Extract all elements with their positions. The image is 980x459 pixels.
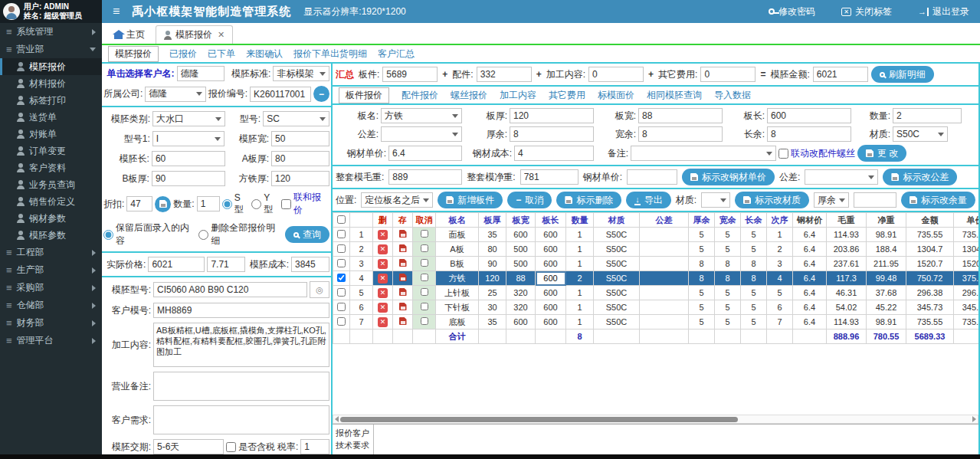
link-screw-checkbox[interactable] [778, 149, 788, 159]
cell-seq[interactable]: 5 [767, 286, 793, 300]
save-row-icon[interactable] [399, 259, 407, 267]
ptab-same-mold-query[interactable]: 相同模胚查询 [647, 89, 702, 102]
cell-seq[interactable]: 3 [767, 257, 793, 271]
mold-length-input[interactable] [152, 151, 225, 166]
tax-included-checkbox[interactable] [226, 442, 236, 452]
table-row[interactable]: 3✕B板905006001S50C88836.4237.61211.951520… [333, 257, 979, 271]
table-row[interactable]: 1✕面板356006001S50C55516.4114.9398.91735.5… [333, 228, 979, 242]
tab-mold-quote[interactable]: 模胚报价 ✕ [156, 25, 233, 44]
tab-home[interactable]: 主页 [107, 26, 152, 44]
cell-material[interactable]: S50C [594, 286, 640, 300]
cell-length[interactable]: 600 [536, 257, 566, 271]
cell-thick-rem[interactable]: 8 [689, 271, 715, 286]
cell-length-rem[interactable]: 8 [741, 257, 767, 271]
cell-width[interactable]: 600 [506, 315, 536, 329]
table-row[interactable]: 4✕方铁120886002S50C88846.4117.399.48750.72… [333, 271, 979, 286]
update-plate-button[interactable]: 更 改 [857, 145, 906, 162]
row-save-cell[interactable] [393, 257, 413, 271]
sidebar-item-order-change[interactable]: 订单变更 [0, 143, 102, 159]
sidebar-item-statement[interactable]: 对账单 [0, 126, 102, 143]
joint-quote-checkbox[interactable] [281, 199, 291, 209]
sidebar-item-material-quote[interactable]: 材料报价 [0, 75, 102, 92]
cell-gross[interactable]: 203.86 [827, 242, 867, 257]
summary-total-input[interactable] [813, 67, 868, 82]
cell-net[interactable]: 99.48 [867, 271, 906, 286]
cancel-checkbox[interactable] [421, 244, 428, 252]
row-select-cell[interactable] [333, 228, 350, 242]
cell-seq[interactable]: 2 [767, 242, 793, 257]
cell-steel-price[interactable]: 6.4 [793, 271, 827, 286]
subtab-customer-summary[interactable]: 客户汇总 [378, 48, 415, 61]
row-select-cell[interactable] [333, 271, 350, 286]
row-save-cell[interactable] [393, 315, 413, 329]
allowance-input[interactable] [854, 192, 896, 208]
cell-unit-price[interactable]: 735.55 [954, 228, 979, 242]
row-save-cell[interactable] [393, 300, 413, 315]
cell-gross[interactable]: 46.31 [827, 286, 867, 300]
cell-gross[interactable]: 117.3 [827, 271, 867, 286]
delete-row-icon[interactable]: ✕ [378, 274, 388, 284]
qty-input[interactable] [197, 196, 220, 211]
save-row-icon[interactable] [399, 303, 407, 310]
cell-net[interactable]: 37.68 [867, 286, 906, 300]
cell-width[interactable]: 500 [506, 242, 536, 257]
table-row[interactable]: 5✕上针板253206001S50C55556.446.3137.68296.3… [333, 286, 979, 300]
plate-name-select[interactable]: 方铁 [381, 108, 462, 123]
save-row-icon[interactable] [399, 274, 407, 281]
tab-close-icon[interactable]: ✕ [218, 30, 225, 40]
delete-row-icon[interactable]: ✕ [378, 230, 388, 240]
delete-row-icon[interactable]: ✕ [378, 244, 388, 254]
cell-qty[interactable]: 1 [566, 315, 594, 329]
refresh-detail-button[interactable]: 刷新明细 [871, 66, 934, 83]
a-plate-input[interactable] [271, 151, 329, 166]
cell-width[interactable]: 320 [506, 286, 536, 300]
cell-name[interactable]: 面板 [436, 228, 479, 242]
cell-thick[interactable]: 30 [479, 300, 506, 315]
sidebar-item-sales-dept[interactable]: ≡ 营业部 [0, 41, 102, 58]
row-checkbox[interactable] [337, 317, 346, 326]
save-row-icon[interactable] [399, 230, 407, 238]
model-select[interactable]: SC [263, 111, 329, 126]
collapse-button[interactable]: − [313, 86, 329, 102]
process-textarea[interactable]: AB板精框,U槽,底板框,撬模角,支撑柱孔,KO孔,精料配框,有精料要配框,胶圈… [153, 323, 329, 367]
scroll-right-icon[interactable] [972, 416, 976, 422]
summary-process-input[interactable] [588, 67, 644, 82]
cell-name[interactable]: A板 [436, 242, 479, 257]
cell-gross[interactable]: 114.93 [827, 228, 867, 242]
sidebar-item-engineering[interactable]: ≡ 工程部 [0, 244, 102, 261]
cell-qty[interactable]: 1 [566, 300, 594, 315]
ptab-process[interactable]: 加工内容 [500, 89, 536, 102]
subtab-drawing-confirm[interactable]: 来图确认 [246, 48, 283, 61]
cell-tolerance[interactable] [640, 286, 689, 300]
add-plate-button[interactable]: 新增板件 [438, 192, 503, 208]
row-cancel-cell[interactable] [413, 271, 436, 286]
batch-steel-price-input[interactable] [627, 169, 677, 185]
cancel-checkbox[interactable] [421, 274, 428, 281]
cell-width-rem[interactable]: 8 [715, 257, 741, 271]
cell-unit-price[interactable]: 345.73 [954, 300, 979, 315]
summary-other-input[interactable] [700, 67, 755, 82]
sidebar-item-production[interactable]: ≡ 生产部 [0, 261, 102, 279]
cell-material[interactable]: S50C [594, 315, 640, 329]
scroll-left-icon[interactable] [335, 416, 339, 422]
sidebar-item-mold-params[interactable]: 模胚参数 [0, 227, 102, 244]
block-thick-input[interactable] [271, 171, 329, 186]
cell-amount[interactable]: 1304.7 [906, 242, 954, 257]
row-delete-cell[interactable]: ✕ [373, 315, 393, 329]
cell-material[interactable]: S50C [594, 228, 640, 242]
cell-length[interactable]: 600 [536, 228, 566, 242]
customer-mold-input[interactable] [153, 303, 329, 318]
row-cancel-cell[interactable] [413, 257, 436, 271]
cell-length-rem[interactable]: 5 [741, 315, 767, 329]
cell-name[interactable]: 方铁 [436, 271, 479, 286]
cell-length-rem[interactable]: 8 [741, 271, 767, 286]
cell-thick-rem[interactable]: 8 [689, 257, 715, 271]
plate-tol-select[interactable] [381, 126, 462, 142]
row-checkbox[interactable] [337, 288, 346, 297]
mold-cost-input[interactable] [291, 257, 329, 272]
cell-width[interactable]: 600 [506, 228, 536, 242]
select-all-checkbox[interactable] [337, 215, 346, 224]
cancel-button[interactable]: −取消 [507, 192, 552, 208]
row-cancel-cell[interactable] [413, 286, 436, 300]
batch-tol-select[interactable] [805, 169, 878, 185]
